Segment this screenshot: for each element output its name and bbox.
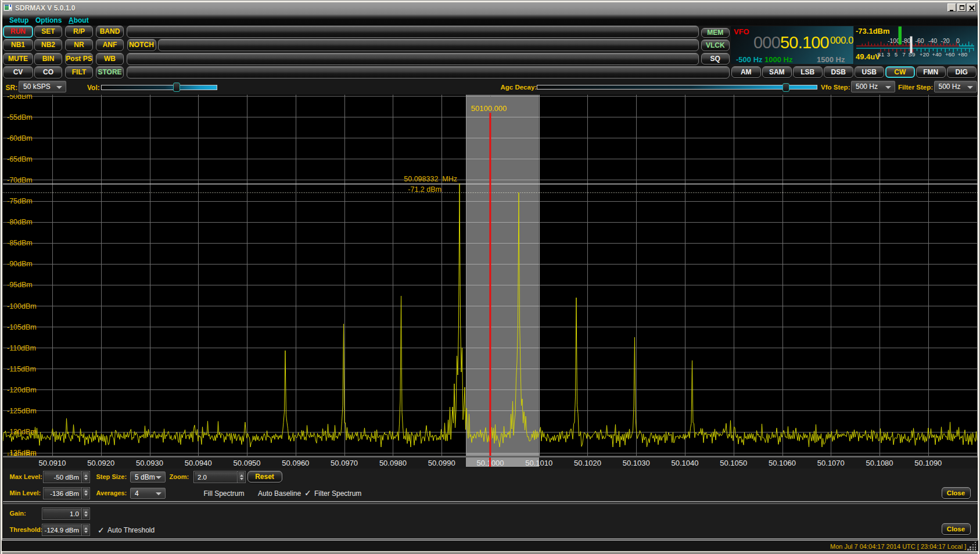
svg-text:+80: +80 — [957, 51, 967, 57]
svg-text:5: 5 — [894, 51, 898, 57]
svg-text:-75dBm: -75dBm — [7, 197, 33, 205]
svg-text:-40: -40 — [928, 37, 936, 44]
svg-text:+40: +40 — [932, 51, 942, 57]
svg-text:-70dBm: -70dBm — [7, 176, 33, 184]
svg-text:-125dBm: -125dBm — [7, 407, 37, 415]
svg-text:49.4uV: 49.4uV — [856, 52, 880, 60]
svg-text:-73.1dBm: -73.1dBm — [856, 27, 890, 35]
svg-text:-55dBm: -55dBm — [7, 113, 33, 121]
svg-text:-85dBm: -85dBm — [7, 239, 33, 247]
svg-text:-95dBm: -95dBm — [7, 281, 33, 289]
svg-text:50100.000: 50100.000 — [471, 104, 507, 113]
svg-text:50.098332 MHz: 50.098332 MHz — [404, 175, 457, 183]
svg-text:-105dBm: -105dBm — [7, 323, 37, 331]
svg-text:-60dBm: -60dBm — [7, 134, 33, 142]
svg-text:S1: S1 — [877, 51, 884, 57]
svg-text:-110dBm: -110dBm — [7, 344, 36, 352]
svg-text:-20: -20 — [940, 37, 949, 44]
svg-text:-60: -60 — [915, 37, 924, 44]
svg-text:-120dBm: -120dBm — [7, 386, 37, 394]
svg-text:0: 0 — [956, 37, 960, 44]
svg-text:-90dBm: -90dBm — [7, 260, 33, 268]
svg-text:-130dBm: -130dBm — [7, 428, 37, 436]
svg-text:+60: +60 — [945, 51, 954, 57]
svg-text:-65dBm: -65dBm — [7, 155, 33, 163]
svg-text:3: 3 — [886, 51, 890, 57]
svg-text:-80dBm: -80dBm — [7, 218, 33, 226]
svg-text:+20: +20 — [919, 51, 929, 57]
svg-text:-50dBm: -50dBm — [7, 95, 33, 101]
svg-text:-71.2 dBm: -71.2 dBm — [408, 185, 441, 194]
svg-text:-100dBm: -100dBm — [7, 302, 37, 310]
svg-text:7: 7 — [902, 51, 905, 57]
svg-text:-115dBm: -115dBm — [7, 365, 36, 373]
